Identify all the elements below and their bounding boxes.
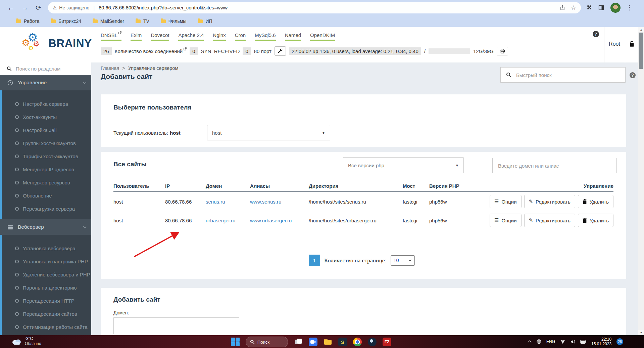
weather-widget[interactable]: -3°C Облачно [11, 336, 41, 346]
quick-search-help-icon[interactable]: ? [630, 72, 636, 78]
nav-link-named[interactable]: Named [285, 32, 301, 41]
task-view-icon[interactable] [294, 338, 303, 346]
sidebar-item-directory-password[interactable]: Пароль на директорию [2, 281, 91, 294]
nav-link-apache[interactable]: Apache 2.4 [178, 32, 204, 41]
nav-link-dnsbl[interactable]: DNSBL [101, 32, 121, 41]
breadcrumb-home[interactable]: Главная [101, 66, 119, 71]
sidebar-section-upravlenie[interactable]: Управление [0, 75, 91, 90]
external-link-icon [118, 31, 121, 35]
side-panel-icon[interactable] [598, 5, 604, 11]
filezilla-icon[interactable]: FZ [383, 338, 391, 346]
extensions-puzzle-icon[interactable] [586, 5, 592, 11]
nav-link-exim[interactable]: Exim [131, 32, 142, 41]
domain-link[interactable]: urbasergei.ru [206, 218, 250, 223]
taskbar-clock[interactable]: 22:10 15.01.2023 [591, 337, 611, 346]
file-explorer-icon[interactable] [324, 338, 332, 346]
edit-button[interactable]: ✎Редактировать [524, 214, 575, 227]
bookmark-item[interactable]: MailSender [93, 18, 124, 24]
nav-link-cron[interactable]: Cron [235, 32, 246, 41]
sidebar-item-webserver-remove[interactable]: Удаление вебсервера и PHP [2, 268, 91, 281]
bookmark-item[interactable]: ИП [198, 18, 212, 24]
s-app-icon[interactable]: S [338, 338, 347, 346]
sidebar-item-label: Настройка Jail [23, 127, 57, 133]
nav-link-opendkim[interactable]: OpenDKIM [310, 32, 335, 41]
delete-button[interactable]: Удалить [578, 214, 613, 227]
nav-link-dovecot[interactable]: Dovecot [151, 32, 169, 41]
edit-button[interactable]: ✎Редактировать [524, 195, 575, 208]
domain-filter-input[interactable] [497, 163, 609, 169]
print-button[interactable] [497, 47, 508, 55]
nav-link-nginx[interactable]: Nginx [213, 32, 226, 41]
domain-filter-box[interactable] [492, 158, 617, 173]
sidebar-item-php-install[interactable]: Установка и настройка PHP [2, 255, 91, 268]
alias-link[interactable]: www.serius.ru [250, 199, 309, 205]
sidebar-item-server-reboot[interactable]: Перезагрузка сервера [2, 202, 91, 215]
chrome-icon[interactable] [353, 338, 362, 346]
tray-app-icon[interactable] [537, 339, 541, 344]
tray-chevron-up-icon[interactable] [528, 340, 532, 343]
per-page-value: 10 [394, 258, 399, 263]
sidebar-item-resource-manager[interactable]: Менеджер ресурсов [2, 176, 91, 189]
options-button[interactable]: ☰Опции [490, 195, 522, 208]
bookmark-star-icon[interactable]: ☆ [571, 4, 576, 11]
scrollbar-up-arrow[interactable]: ▲ [638, 27, 644, 32]
options-button[interactable]: ☰Опции [490, 214, 522, 227]
bookmark-item[interactable]: TV [136, 18, 149, 24]
sidebar-item-webserver-install[interactable]: Установка вебсервера [2, 242, 91, 255]
sidebar-section-webserver[interactable]: Вебсервер [0, 219, 91, 235]
browser-menu-icon[interactable]: ⋮ [627, 4, 633, 11]
browser-reload-button[interactable]: ⟳ [36, 4, 41, 12]
quick-search-box[interactable] [500, 67, 626, 83]
sidebar-item-host-accounts[interactable]: Хост-аккаунты [2, 111, 91, 124]
scrollbar-thumb[interactable] [639, 33, 643, 69]
brainy-logo[interactable]: ⚙ ⚙ ⚙ ⚙ BRAINY [21, 33, 92, 54]
sidebar-item-host-groups[interactable]: Группы хост-аккаунтов [2, 137, 91, 150]
browser-profile-avatar[interactable] [610, 3, 621, 13]
bookmark-item[interactable]: Работа [16, 18, 39, 24]
sidebar-item-update[interactable]: Обновление [2, 189, 91, 202]
address-bar[interactable]: ⚠ Не защищено | 80.66.78.66:8002/index.p… [48, 2, 581, 13]
new-domain-input[interactable] [113, 317, 239, 334]
alias-link[interactable]: www.urbasergei.ru [250, 218, 309, 223]
lock-icon[interactable] [629, 40, 635, 48]
battery-icon[interactable] [580, 340, 586, 344]
browser-forward-button[interactable]: → [21, 4, 28, 12]
quick-search-input[interactable] [515, 72, 614, 78]
sidebar-item-server-settings[interactable]: Настройка сервера [2, 97, 91, 111]
header-help-icon[interactable]: ? [593, 31, 599, 37]
page-1-button[interactable]: 1 [309, 255, 320, 266]
sidebar-item-http-redirect[interactable]: Переадресация HTTP [2, 294, 91, 307]
domain-link[interactable]: serius.ru [206, 199, 250, 205]
browser-back-button[interactable]: ← [7, 4, 14, 12]
sidebar-item-jail-settings[interactable]: Настройка Jail [2, 124, 91, 137]
nav-link-mysql[interactable]: MySql5.6 [255, 32, 276, 41]
bookmark-item[interactable]: Битрикс24 [51, 18, 81, 24]
tools-wrench-button[interactable] [275, 46, 286, 56]
current-user-root[interactable]: Root [604, 41, 625, 47]
per-page-select[interactable]: 10 [391, 255, 415, 266]
wifi-icon[interactable] [560, 340, 565, 344]
chat-icon[interactable] [309, 338, 317, 346]
php-version-select[interactable]: Все версии php ▼ [343, 157, 464, 173]
start-button[interactable] [231, 338, 240, 346]
site-security-indicator[interactable]: ⚠ Не защищено [53, 5, 90, 10]
sidebar-item-site-optimization[interactable]: Оптимизация работы сайта [2, 320, 91, 334]
scrollbar-down-arrow[interactable]: ▼ [638, 330, 644, 335]
notification-count-badge[interactable]: 28 [616, 338, 623, 345]
sidebar-item-host-tariffs[interactable]: Тарифы хост-аккаунтов [2, 150, 91, 163]
share-icon[interactable] [559, 5, 565, 11]
sidebar-search[interactable] [0, 62, 91, 75]
speaker-icon[interactable] [571, 340, 575, 344]
delete-button[interactable]: Удалить [578, 195, 613, 208]
bookmark-item[interactable]: Фильмы [161, 18, 187, 24]
sidebar-item-ip-manager[interactable]: Менеджер IP адресов [2, 163, 91, 176]
connections-label[interactable]: Количество всех соединений [115, 48, 183, 54]
cell-ip: 80.66.78.66 [165, 218, 206, 223]
taskbar-search[interactable]: Поиск [246, 337, 288, 347]
dark-app-icon[interactable] [368, 338, 377, 346]
sidebar-item-site-redirect[interactable]: Переадресация сайтов [2, 307, 91, 320]
user-select[interactable]: host ▼ [207, 125, 330, 140]
sidebar-search-input[interactable] [15, 66, 84, 72]
language-indicator[interactable]: ENG [546, 339, 555, 344]
sidebar-item-label: Настройка сервера [23, 101, 68, 107]
